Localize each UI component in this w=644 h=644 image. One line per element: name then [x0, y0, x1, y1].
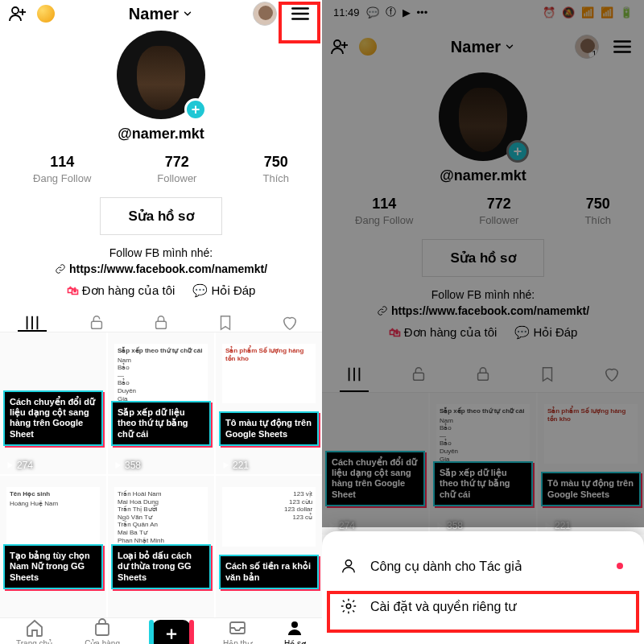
add-avatar-icon[interactable]: +: [184, 98, 207, 121]
video-thumb[interactable]: Sản phẩm Số lượng hàng tồn khoTô màu tự …: [538, 393, 644, 535]
account-switch-avatar[interactable]: [253, 2, 277, 26]
video-thumb[interactable]: Sản phẩm Số lượng hàng tồn khoTô màu tự …: [216, 332, 322, 474]
add-friend-icon[interactable]: [8, 4, 27, 23]
faq-link[interactable]: 💬 Hỏi Đáp: [192, 283, 255, 298]
bag-icon: 🛍: [67, 283, 79, 297]
profile-avatar[interactable]: +: [439, 72, 527, 161]
profile-name-dropdown[interactable]: Namer: [129, 5, 193, 23]
stat-following[interactable]: 114Đang Follow: [33, 154, 91, 184]
view-count: 274: [327, 520, 355, 531]
profile-link[interactable]: https://www.facebook.com/namemkt/: [377, 304, 589, 317]
view-count: 274: [5, 460, 33, 471]
tab-locked[interactable]: [64, 314, 129, 332]
chevron-down-icon: [182, 8, 193, 19]
stat-likes[interactable]: 750Thích: [262, 154, 289, 184]
profile-name: Namer: [129, 5, 179, 23]
menu-creator-tools[interactable]: Công cụ dành cho Tác giả: [322, 546, 644, 586]
profile-stats: 114Đang Follow 772Follower 750Thích: [0, 154, 322, 184]
view-count: 221: [543, 520, 571, 531]
view-count: 358: [435, 520, 463, 531]
tab-videos[interactable]: [322, 356, 386, 392]
svg-rect-5: [96, 624, 109, 635]
video-thumb[interactable]: Sắp xếp theo thứ tự chữ cáiNam Bảo — Bảo…: [430, 393, 536, 535]
tab-videos[interactable]: [0, 314, 64, 332]
video-thumb[interactable]: Trần Hoài Nam Mai Hoa Dung Trần Thị Bưởi…: [108, 476, 214, 617]
nav-home[interactable]: Trang chủ: [16, 618, 52, 644]
svg-rect-11: [414, 373, 424, 380]
edit-profile-button[interactable]: Sửa hồ sơ: [422, 239, 543, 277]
profile-shop-row: 🛍 Đơn hàng của tôi 💬 Hỏi Đáp: [389, 325, 578, 340]
tab-private[interactable]: [451, 356, 515, 392]
link-icon: [377, 305, 388, 316]
chat-icon: 💬: [192, 283, 208, 297]
coin-icon[interactable]: [359, 38, 377, 56]
nav-shop[interactable]: Cửa hàng: [85, 618, 120, 644]
svg-rect-3: [92, 321, 102, 328]
add-friend-icon[interactable]: [330, 37, 349, 56]
video-thumb[interactable]: Cách chuyển đổi dữ liệu dạng cột sang hà…: [0, 332, 106, 474]
profile-stats: 114Đang Follow 772Follower 750Thích: [322, 196, 644, 226]
alarm-icon: ⏰: [543, 6, 555, 19]
battery-icon: 🔋: [620, 6, 633, 19]
tab-liked[interactable]: [580, 356, 644, 392]
svg-point-8: [334, 40, 341, 47]
profile-name-dropdown[interactable]: Namer: [451, 38, 515, 56]
tab-saved[interactable]: [193, 314, 258, 332]
gear-icon: [340, 597, 357, 615]
nav-profile[interactable]: Hồ sơ: [284, 618, 306, 644]
video-thumb[interactable]: Sắp xếp theo thứ tự chữ cáiNam Bảo — Bảo…: [108, 332, 214, 474]
svg-rect-12: [478, 373, 489, 380]
signal-icon: 📶: [581, 6, 594, 19]
video-thumb[interactable]: Tên Học sinhHoàng Huệ NamTạo bảng tùy ch…: [0, 476, 106, 617]
menu-settings-privacy[interactable]: Cài đặt và quyền riêng tư: [322, 586, 644, 626]
my-orders-link[interactable]: 🛍 Đơn hàng của tôi: [67, 283, 175, 298]
profile-handle: @namer.mkt: [440, 167, 526, 184]
bag-icon: 🛍: [389, 325, 401, 339]
svg-point-0: [12, 7, 19, 14]
profile-bio: Follow FB mình nhé:: [431, 288, 535, 301]
profile-name: Namer: [451, 38, 501, 56]
stat-following[interactable]: 114Đang Follow: [355, 196, 413, 226]
view-count: 358: [113, 460, 141, 471]
hamburger-menu-button[interactable]: [287, 0, 314, 27]
tab-private[interactable]: [129, 314, 193, 332]
nav-create[interactable]: ＋: [152, 620, 191, 645]
profile-avatar[interactable]: +: [117, 31, 205, 119]
nav-inbox[interactable]: Hộp thư: [223, 618, 252, 644]
profile-handle: @namer.mkt: [118, 126, 204, 142]
notification-dot: [617, 563, 623, 569]
facebook-icon: ⓕ: [386, 5, 396, 19]
stat-followers[interactable]: 772Follower: [479, 196, 518, 226]
svg-point-14: [346, 604, 351, 609]
bottom-nav: Trang chủ Cửa hàng ＋ Hộp thư Hồ sơ: [0, 617, 322, 644]
stat-likes[interactable]: 750Thích: [584, 196, 611, 226]
more-icon: •••: [417, 6, 428, 19]
video-thumb[interactable]: Cách chuyển đổi dữ liệu dạng cột sang hà…: [322, 393, 428, 535]
tab-locked[interactable]: [386, 356, 451, 392]
menu-bottom-sheet: Công cụ dành cho Tác giả Cài đặt và quyề…: [322, 531, 644, 644]
profile-link[interactable]: https://www.facebook.com/namemkt/: [55, 262, 267, 275]
add-avatar-icon[interactable]: +: [506, 140, 529, 163]
profile-bio: Follow FB mình nhé:: [109, 246, 213, 259]
tab-liked[interactable]: [258, 314, 322, 332]
phone-right-menu: 11:49 💬 ⓕ ▶ ••• ⏰ 🔕 📶 📶 🔋: [322, 0, 644, 644]
profile-shop-row: 🛍 Đơn hàng của tôi 💬 Hỏi Đáp: [67, 283, 256, 298]
tab-saved[interactable]: [515, 356, 580, 392]
mute-icon: 🔕: [562, 6, 575, 19]
status-time: 11:49: [333, 6, 360, 19]
video-thumb[interactable]: 123 vịt 123 cừu 123 dollar 123 củCách số…: [216, 476, 322, 617]
hamburger-menu-button[interactable]: [609, 33, 636, 60]
my-orders-link[interactable]: 🛍 Đơn hàng của tôi: [389, 325, 497, 340]
account-switch-avatar[interactable]: 1: [575, 35, 599, 59]
svg-point-13: [345, 560, 351, 566]
content-tabs: [322, 356, 644, 393]
video-grid: Cách chuyển đổi dữ liệu dạng cột sang hà…: [322, 393, 644, 535]
profile-section: + @namer.mkt 114Đang Follow 772Follower …: [0, 27, 322, 306]
coin-icon[interactable]: [37, 5, 55, 23]
edit-profile-button[interactable]: Sửa hồ sơ: [100, 197, 221, 235]
stat-followers[interactable]: 772Follower: [157, 154, 196, 184]
youtube-icon: ▶: [402, 6, 411, 19]
faq-link[interactable]: 💬 Hỏi Đáp: [514, 325, 577, 340]
wifi-icon: 📶: [601, 6, 613, 19]
chat-icon: 💬: [514, 325, 530, 339]
